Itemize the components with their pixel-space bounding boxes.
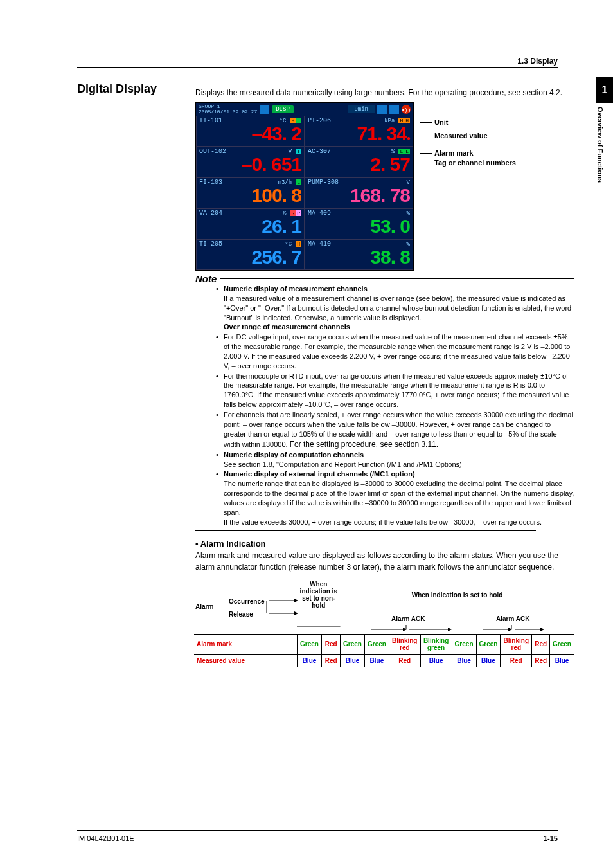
footer-left: IM 04L42B01-01E — [77, 835, 134, 842]
device-top-bar: GROUP 1 2005/10/01 09:02:27 DISP 9min •)… — [196, 103, 413, 116]
intro-paragraph: Displays the measured data numerically u… — [195, 87, 574, 98]
cell-value: 26. 1 — [199, 217, 301, 236]
arrow-icon — [364, 625, 452, 634]
cell-tag: VA-204 — [199, 210, 222, 217]
svg-marker-5 — [448, 628, 452, 631]
footer-right: 1-15 — [544, 835, 558, 842]
arrow-icon — [297, 625, 341, 634]
cell-value: –0. 651 — [199, 155, 301, 174]
side-tab: 1 Overview of Functions — [596, 77, 613, 231]
callout-alarm: Alarm mark — [420, 150, 516, 157]
device-cell: PI-206kPa HH71. 34● — [305, 116, 413, 147]
cell-tag: PUMP-308 — [308, 179, 339, 186]
alarm-heading: • Alarm Indication — [195, 539, 574, 548]
cell-tag: AC-307 — [308, 148, 331, 155]
alarm-table-wrap: When indication is set to non-hold When … — [194, 578, 574, 670]
callout-unit: Unit — [420, 119, 516, 126]
note-end-rule — [195, 530, 536, 531]
cell-tag: OUT-102 — [199, 148, 226, 155]
svg-marker-10 — [540, 628, 544, 631]
status-icon — [260, 105, 269, 114]
callouts: Unit Measured value Alarm mark Tag or ch… — [420, 102, 516, 271]
cell-tag: MA-410 — [308, 240, 331, 248]
hdr-hold: When indication is set to hold — [367, 592, 547, 600]
note-rule — [220, 278, 574, 279]
note-body: Numeric display of measurement channelsI… — [216, 284, 574, 527]
device-screenshot-area: GROUP 1 2005/10/01 09:02:27 DISP 9min •)… — [195, 102, 574, 271]
cell-value: 2. 57 — [308, 155, 410, 174]
cell-value: 71. 34● — [308, 124, 410, 143]
cell-value: 53. 0 — [308, 217, 410, 236]
note-item: For channels that are linearly scaled, +… — [216, 410, 574, 449]
cell-tag: TI-101 — [199, 117, 222, 124]
callout-tag: Tag or channel numbers — [420, 159, 516, 167]
note-item: For DC voltage input, over range occurs … — [216, 332, 574, 370]
cell-value: 38. 8 — [308, 248, 410, 267]
device-cell: MA-409% 53. 0 — [305, 208, 413, 239]
disp-button[interactable]: DISP — [272, 105, 294, 113]
device-cell: OUT-102V T–0. 651 — [196, 147, 305, 177]
hdr-nonhold: When indication is set to non-hold — [299, 581, 338, 610]
card-icon — [389, 105, 399, 114]
cell-value: –43. 2 — [199, 124, 301, 143]
device-cell: FI-103m3/h L100. 8 — [196, 177, 305, 208]
cell-tag: FI-103 — [199, 179, 222, 186]
note-title: Note — [195, 273, 217, 284]
alarm-paragraph: Alarm mark and measured value are displa… — [195, 550, 574, 573]
alarm-bell-icon: •)) — [402, 105, 411, 114]
footer: IM 04L42B01-01E 1-15 — [77, 835, 558, 842]
note-item: For thermocouple or RTD input, over rang… — [216, 372, 574, 410]
cell-value: 256. 7 — [199, 248, 301, 267]
record-icon — [377, 105, 387, 114]
device-cell: TI-205°C H256. 7 — [196, 239, 305, 270]
device-cell: PUMP-308V 168. 78 — [305, 177, 413, 208]
device-cell: MA-410% 38. 8 — [305, 239, 413, 270]
cell-tag: TI-205 — [199, 240, 222, 248]
chapter-number-box: 1 — [596, 77, 613, 103]
timestamp-label: 2005/10/01 09:02:27 — [199, 109, 257, 114]
device-cell: TI-101°C HL–43. 2 — [196, 116, 305, 147]
note-item: Numeric display of measurement channelsI… — [216, 284, 574, 332]
alarm-indication-section: • Alarm Indication Alarm mark and measur… — [195, 539, 574, 573]
chapter-side-label: Overview of Functions — [596, 103, 604, 231]
note-header: Note — [195, 273, 574, 284]
header-rule — [77, 67, 558, 68]
header-section: 1.3 Display — [517, 57, 558, 66]
rate-button[interactable]: 9min — [348, 105, 375, 113]
callout-measured: Measured value — [420, 132, 516, 140]
device-cell: VA-204% RP26. 1 — [196, 208, 305, 239]
cell-value: 168. 78 — [308, 186, 410, 205]
note-item: Numeric display of computation channelsS… — [216, 450, 574, 469]
device-screen: GROUP 1 2005/10/01 09:02:27 DISP 9min •)… — [195, 102, 414, 271]
cell-tag: PI-206 — [308, 117, 331, 124]
page: 1.3 Display 1 Overview of Functions Digi… — [0, 0, 613, 868]
arrow-icon — [476, 625, 550, 634]
device-grid: TI-101°C HL–43. 2PI-206kPa HH71. 34●OUT-… — [196, 116, 413, 270]
cell-value: 100. 8 — [199, 186, 301, 205]
note-item: Numeric display of external input channe… — [216, 469, 574, 527]
footer-rule — [77, 830, 558, 831]
cell-tag: MA-409 — [308, 210, 331, 217]
device-cell: AC-307% LL2. 57 — [305, 147, 413, 177]
